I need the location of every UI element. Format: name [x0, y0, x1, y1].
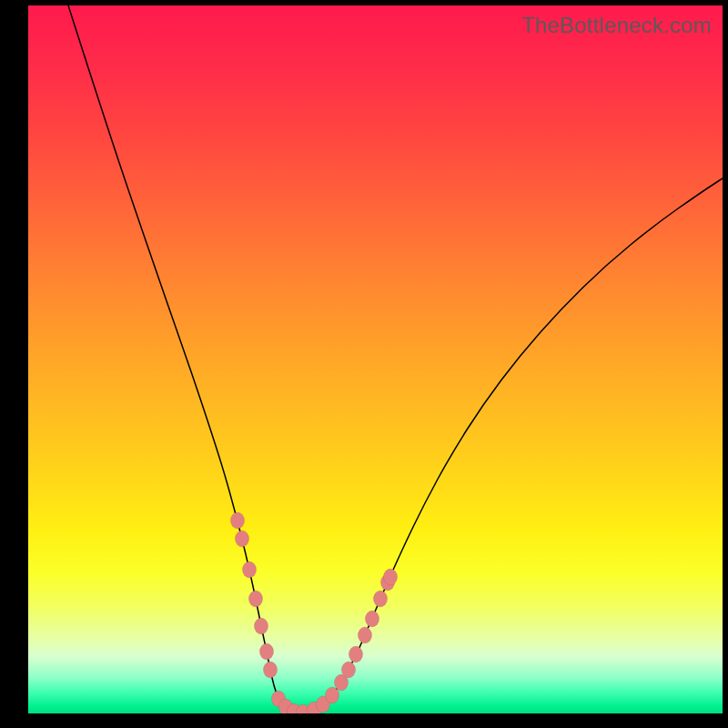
highlight-dot [263, 662, 277, 678]
highlight-dot [235, 531, 248, 547]
highlight-dots [230, 512, 397, 713]
highlight-dot [254, 618, 268, 634]
highlight-dot [242, 561, 256, 578]
highlight-dot [373, 591, 387, 607]
highlight-dot [358, 627, 371, 643]
plot-area: TheBottleneck.com [28, 5, 723, 713]
highlight-dot [248, 591, 262, 607]
highlight-dot [365, 611, 379, 627]
curve-svg [28, 5, 723, 713]
highlight-dot [259, 643, 273, 660]
highlight-dot [349, 646, 362, 662]
highlight-dot [325, 687, 339, 703]
bottleneck-curve [68, 5, 723, 713]
highlight-dot [383, 569, 397, 585]
highlight-dot [341, 662, 355, 678]
highlight-dot [230, 512, 244, 529]
chart-frame: TheBottleneck.com [0, 0, 728, 728]
